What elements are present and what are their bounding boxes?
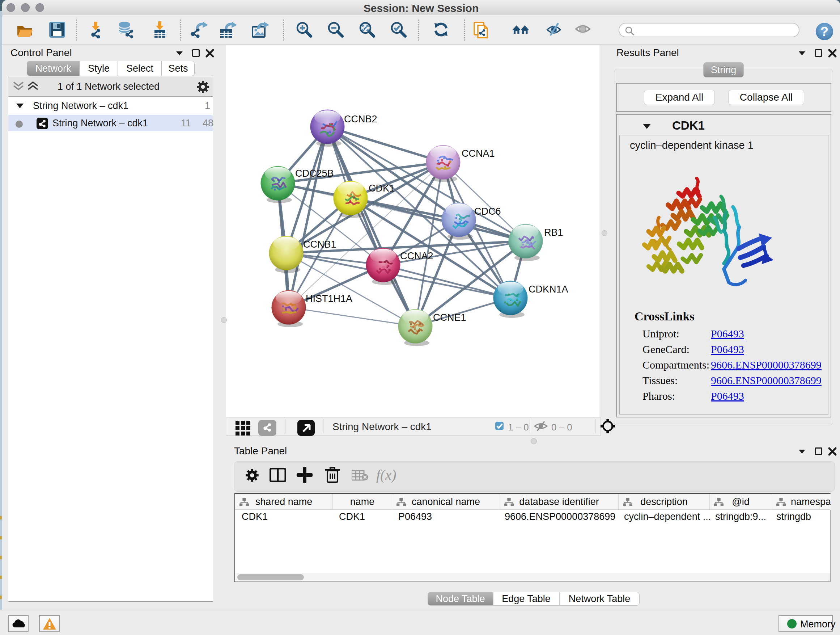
svg-text:CCNB1: CCNB1 [303, 239, 336, 250]
svg-text:CCNA1: CCNA1 [462, 148, 495, 159]
svg-text:CDK1: CDK1 [369, 183, 395, 194]
svg-text:CCNE1: CCNE1 [433, 312, 466, 323]
svg-text:CDC6: CDC6 [474, 206, 501, 217]
svg-text:?: ? [821, 24, 829, 39]
svg-text:CCNA2: CCNA2 [400, 250, 433, 261]
svg-text:CDKN1A: CDKN1A [529, 284, 568, 295]
svg-text:CDC25B: CDC25B [295, 168, 334, 179]
svg-text:HIST1H1A: HIST1H1A [306, 293, 352, 304]
svg-text:CCNB2: CCNB2 [344, 114, 377, 125]
svg-text:RB1: RB1 [544, 227, 563, 238]
